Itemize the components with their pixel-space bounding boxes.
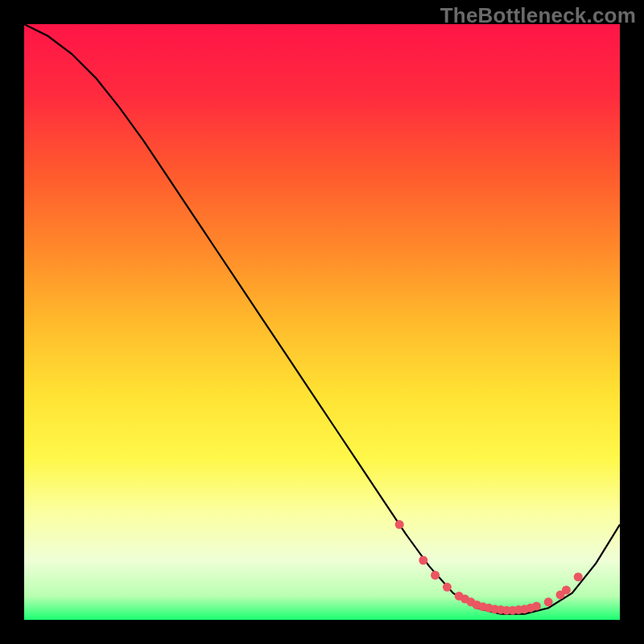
marker-dot: [544, 597, 553, 606]
marker-dot: [431, 571, 440, 580]
marker-dot: [419, 556, 427, 565]
marker-dot: [395, 520, 404, 529]
curve-path: [24, 24, 620, 614]
chart-frame: TheBottleneck.com: [0, 0, 644, 644]
marker-dot: [532, 601, 541, 610]
chart-svg: [24, 24, 620, 620]
marker-dot: [574, 572, 583, 581]
marker-dot: [443, 583, 452, 592]
marker-dot: [562, 586, 571, 595]
plot-area: [24, 24, 620, 620]
marker-group: [395, 520, 583, 615]
